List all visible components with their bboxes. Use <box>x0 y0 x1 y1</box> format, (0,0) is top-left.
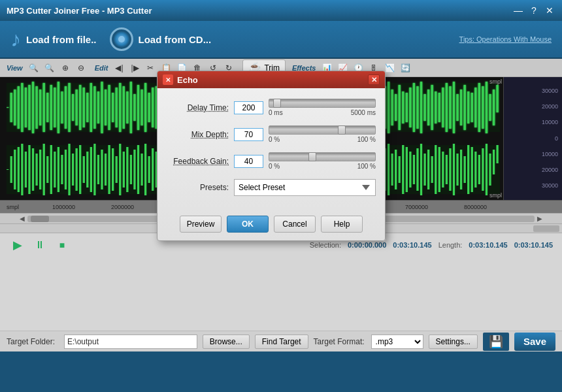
load-file-label: Load from file.. <box>26 34 97 45</box>
mix-slider-track[interactable] <box>269 125 376 135</box>
format-select[interactable]: .mp3 <box>371 335 423 349</box>
mix-max-label: 100 % <box>357 136 376 143</box>
delay-time-label: Delay Time: <box>167 103 229 112</box>
mix-slider-labels: 0 % 100 % <box>269 136 376 143</box>
load-cd-button[interactable]: Load from CD... <box>110 27 212 51</box>
help-button[interactable]: ? <box>528 5 540 16</box>
delay-slider-thumb[interactable] <box>273 99 281 108</box>
settings-button[interactable]: Settings... <box>429 335 478 349</box>
mix-min-label: 0 % <box>269 136 280 143</box>
close-button[interactable]: ✕ <box>544 5 555 16</box>
header-toolbar: ♪ Load from file.. Load from CD... Tips:… <box>0 21 562 59</box>
main-content: View 🔍 🔍 ⊕ ⊖ Edit ◀| |▶ ✂ 📋 📄 🗑 ↺ ↻ ☕ Tr… <box>0 59 562 331</box>
dialog-body: Delay Time: 0 ms 5000 ms Mix Depth <box>157 88 385 213</box>
music-icon: ♪ <box>10 27 21 52</box>
dialog-footer: Preview OK Cancel Help <box>157 213 385 240</box>
title-bar: MP3 Cutter Joiner Free - MP3 Cutter — ? … <box>0 0 562 21</box>
delay-time-input[interactable] <box>234 101 263 114</box>
dialog-title: Echo <box>177 75 364 85</box>
feedback-max-label: 100 % <box>357 163 376 170</box>
mix-depth-input[interactable] <box>234 128 263 141</box>
find-target-button[interactable]: Find Target <box>255 335 308 349</box>
browse-button[interactable]: Browse... <box>203 335 250 349</box>
delay-slider-container: 0 ms 5000 ms <box>269 99 376 116</box>
mix-depth-row: Mix Depth: 0 % 100 % <box>167 125 376 143</box>
presets-label: Presets: <box>167 183 229 192</box>
help-dialog-button[interactable]: Help <box>321 216 363 233</box>
feedback-slider-container: 0 % 100 % <box>269 152 376 170</box>
target-folder-label: Target Folder: <box>7 337 59 346</box>
dialog-titlebar: ✕ Echo ✕ <box>157 71 385 88</box>
target-folder-input[interactable] <box>64 335 197 349</box>
dialog-icon: ✕ <box>163 74 173 85</box>
feedback-min-label: 0 % <box>269 163 280 170</box>
mix-depth-label: Mix Depth: <box>167 130 229 139</box>
feedback-gain-row: Feedback Gain: 0 % 100 % <box>167 152 376 170</box>
load-cd-label: Load from CD... <box>139 34 212 45</box>
feedback-slider-track[interactable] <box>269 152 376 161</box>
feedback-gain-label: Feedback Gain: <box>167 157 229 166</box>
title-bar-left: MP3 Cutter Joiner Free - MP3 Cutter <box>7 6 152 16</box>
feedback-gain-input[interactable] <box>234 155 263 168</box>
presets-row: Presets: Select Preset <box>167 179 376 196</box>
title-bar-controls: — ? ✕ <box>512 5 555 16</box>
tips-link[interactable]: Tips: Operations With Mouse <box>459 35 552 43</box>
cd-icon <box>110 27 133 51</box>
load-file-button[interactable]: ♪ Load from file.. <box>10 27 97 52</box>
echo-dialog: ✕ Echo ✕ Delay Time: 0 ms <box>157 71 386 241</box>
app-title: MP3 Cutter Joiner Free - MP3 Cutter <box>7 6 152 16</box>
delay-min-label: 0 ms <box>269 109 283 116</box>
feedback-slider-thumb[interactable] <box>308 152 316 161</box>
delay-max-label: 5000 ms <box>351 109 376 116</box>
file-bar: Target Folder: Browse... Find Target Tar… <box>0 331 562 351</box>
delay-slider-track[interactable] <box>269 99 376 108</box>
cd-inner <box>118 36 125 42</box>
presets-select[interactable]: Select Preset <box>234 179 376 196</box>
feedback-slider-labels: 0 % 100 % <box>269 163 376 170</box>
dialog-overlay: ✕ Echo ✕ Delay Time: 0 ms <box>0 59 562 331</box>
preview-button[interactable]: Preview <box>180 216 222 233</box>
delay-slider-labels: 0 ms 5000 ms <box>269 109 376 116</box>
delay-time-row: Delay Time: 0 ms 5000 ms <box>167 99 376 116</box>
save-area: 💾 Save <box>483 333 555 351</box>
cancel-button[interactable]: Cancel <box>274 216 316 233</box>
mix-slider-container: 0 % 100 % <box>269 125 376 143</box>
ok-button[interactable]: OK <box>227 216 269 233</box>
dialog-close-button[interactable]: ✕ <box>368 74 380 85</box>
save-icon: 💾 <box>483 333 509 351</box>
mix-slider-thumb[interactable] <box>338 125 346 135</box>
save-button[interactable]: Save <box>514 333 555 351</box>
target-format-label: Target Format: <box>314 337 366 346</box>
minimize-button[interactable]: — <box>512 5 524 16</box>
